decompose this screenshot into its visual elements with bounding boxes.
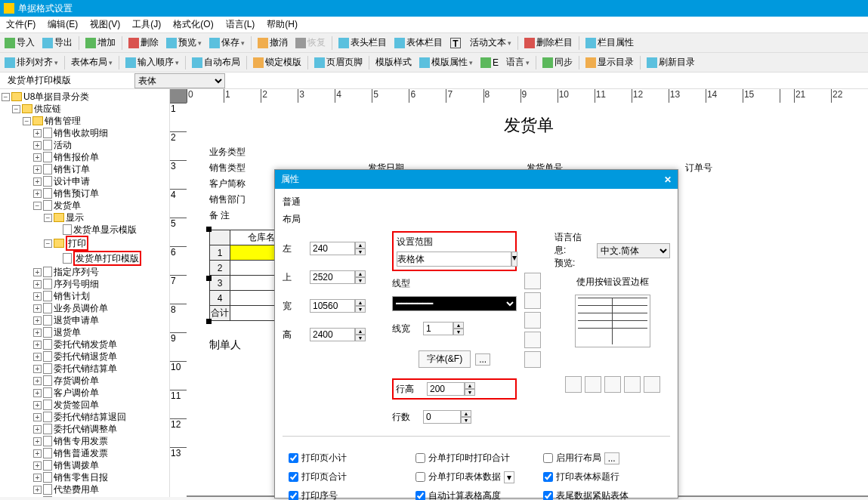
input-height[interactable]: ▲▼	[310, 328, 366, 341]
tree-item[interactable]: +指定序列号	[33, 266, 168, 278]
chk-print-order[interactable]: 打印序号	[289, 489, 409, 500]
tree-item[interactable]: +活动	[33, 139, 168, 151]
border-btn-d[interactable]	[624, 376, 641, 393]
chk-paging-body[interactable]: 分单打印表体数据	[415, 471, 501, 483]
btn-auto-layout[interactable]: 自动布局	[189, 54, 243, 70]
btn-lock-layout[interactable]: 锁定模版	[250, 54, 304, 70]
input-scope[interactable]	[397, 252, 511, 267]
tree-supply-chain[interactable]: −供应链	[12, 103, 168, 115]
input-width[interactable]: ▲▼	[310, 299, 366, 313]
border-btn-e[interactable]	[644, 376, 660, 393]
dialog-close-icon[interactable]: ✕	[664, 174, 672, 185]
btn-e[interactable]: E	[477, 56, 502, 69]
btn-add[interactable]: 增加	[82, 35, 119, 51]
tree-item[interactable]: +发货签回单	[33, 399, 168, 411]
tree-item[interactable]: +代垫费用单	[33, 483, 168, 495]
btn-delete[interactable]: 删除	[125, 35, 162, 51]
tree-item[interactable]: +设计申请	[33, 175, 168, 187]
tree-display[interactable]: −显示	[44, 211, 168, 224]
btn-redo[interactable]: 恢复	[292, 35, 329, 51]
btn-arrange[interactable]: 排列对齐	[2, 54, 61, 70]
btn-template-style[interactable]: 模版样式	[372, 54, 415, 70]
chk-page-subtotal[interactable]: 打印页小计	[289, 452, 409, 465]
border-btn-1[interactable]	[524, 273, 541, 289]
tree-item[interactable]: +销售专用发票	[33, 435, 168, 447]
menu-lang[interactable]: 语言(L)	[220, 18, 261, 31]
btn-template-prop[interactable]: 模版属性	[416, 54, 476, 70]
tree-print[interactable]: −打印	[44, 236, 168, 251]
tree-print-template[interactable]: 发货单打印模版	[54, 251, 168, 266]
btn-refresh-toc[interactable]: 刷新目录	[644, 54, 698, 70]
tree-root[interactable]: −U8单据目录分类	[2, 91, 168, 103]
tree-item[interactable]: +销售预订单	[33, 187, 168, 199]
tree-sales-mgmt[interactable]: −销售管理	[23, 115, 168, 127]
btn-input-order[interactable]: 输入顺序	[122, 54, 182, 70]
tree-item[interactable]: +客户调价单	[33, 387, 168, 399]
menu-file[interactable]: 文件(F)	[0, 18, 42, 31]
font-button[interactable]: 字体(&F)	[419, 350, 471, 368]
input-row-height[interactable]: ▲▼	[427, 382, 475, 396]
paging-body-dropdown[interactable]: ▾	[504, 471, 514, 483]
tree-item[interactable]: +委托代销结算单	[33, 363, 168, 375]
btn-show-toc[interactable]: 显示目录	[582, 54, 637, 70]
tree-item[interactable]: +销售计划	[33, 290, 168, 302]
tab-layout[interactable]: 布局	[283, 211, 670, 228]
tree-item[interactable]: +委托代销发货单	[33, 338, 168, 350]
border-btn-4[interactable]	[524, 332, 541, 348]
input-left[interactable]: ▲▼	[310, 242, 366, 255]
btn-save[interactable]: 保存	[206, 35, 248, 51]
btn-header-footer[interactable]: 页眉页脚	[311, 54, 366, 70]
input-rows[interactable]: ▲▼	[423, 410, 471, 424]
scope-dropdown-icon[interactable]: ▾	[511, 252, 517, 267]
input-line-width[interactable]: ▲▼	[423, 322, 464, 335]
tree-item[interactable]: +销售费用支出单	[33, 495, 168, 497]
tree-item[interactable]: +委托代销退货单	[33, 350, 168, 363]
btn-del-col[interactable]: 删除栏目	[521, 35, 576, 51]
btn-body-layout[interactable]: 表体布局	[68, 54, 116, 70]
btn-export[interactable]: 导出	[39, 35, 76, 51]
btn-head-col[interactable]: 表头栏目	[335, 35, 390, 51]
btn-body-col[interactable]: 表体栏目	[391, 35, 446, 51]
tree-item[interactable]: +销售普通发票	[33, 447, 168, 459]
tree-item[interactable]: +业务员调价单	[33, 302, 168, 314]
chk-tail-data[interactable]: 表尾数据紧贴表体	[543, 489, 664, 500]
tab-general[interactable]: 普通	[283, 193, 670, 211]
tree-display-template[interactable]: 发货单显示模版	[54, 224, 168, 236]
border-btn-2[interactable]	[524, 292, 541, 309]
btn-language[interactable]: 语言	[503, 54, 533, 70]
border-btn-a[interactable]	[565, 376, 582, 393]
font-type-select[interactable]: 表体	[134, 73, 225, 88]
font-more-button[interactable]: ...	[475, 353, 490, 366]
chk-body-title[interactable]: 打印表体标题行	[543, 471, 664, 483]
menu-help[interactable]: 帮助(H)	[261, 18, 304, 31]
menu-format[interactable]: 格式化(O)	[167, 18, 219, 31]
tree-item[interactable]: +销售收款明细	[33, 127, 168, 139]
combo-line-type[interactable]: ━━━━━━━	[392, 296, 517, 311]
menu-edit[interactable]: 编辑(E)	[42, 18, 84, 31]
border-btn-b[interactable]	[585, 376, 601, 393]
chk-page-total[interactable]: 打印页合计	[289, 471, 409, 483]
btn-col-props[interactable]: 栏目属性	[582, 35, 637, 51]
btn-active-text[interactable]: 活动文本	[467, 35, 514, 51]
row-layout-more[interactable]: ...	[604, 452, 619, 465]
tree-item[interactable]: +销售调拨单	[33, 459, 168, 471]
chk-auto-height[interactable]: 自动计算表格高度	[415, 489, 536, 500]
dialog-titlebar[interactable]: 属性 ✕	[275, 170, 678, 189]
input-top[interactable]: ▲▼	[310, 270, 366, 284]
tree-item[interactable]: +销售报价单	[33, 151, 168, 163]
tree-item[interactable]: +委托代销调整单	[33, 423, 168, 435]
chk-paging-total[interactable]: 分单打印时打印合计	[415, 452, 536, 465]
menu-tool[interactable]: 工具(J)	[126, 18, 167, 31]
menu-view[interactable]: 视图(V)	[84, 18, 126, 31]
tree-delivery[interactable]: −发货单	[33, 199, 168, 211]
tree-item[interactable]: +退货单	[33, 326, 168, 338]
combo-language[interactable]: 中文.简体	[597, 243, 670, 258]
btn-sync[interactable]: 同步	[539, 54, 576, 70]
tree-item[interactable]: +销售零售日报	[33, 471, 168, 483]
tree-item[interactable]: +销售订单	[33, 163, 168, 175]
border-btn-3[interactable]	[524, 312, 541, 329]
btn-T[interactable]: T	[447, 36, 465, 50]
btn-import[interactable]: 导入	[2, 35, 38, 51]
btn-undo[interactable]: 撤消	[255, 35, 291, 51]
border-btn-5[interactable]	[524, 351, 541, 368]
